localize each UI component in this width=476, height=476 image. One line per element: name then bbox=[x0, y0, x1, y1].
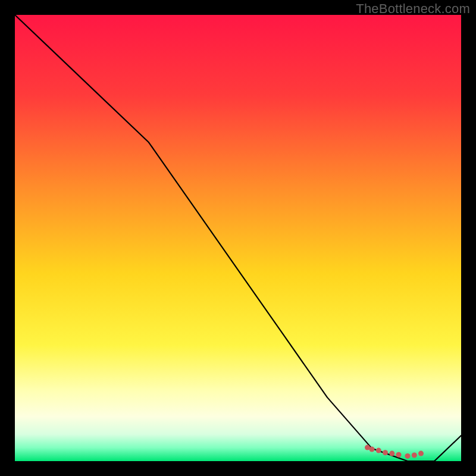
highlight-dot bbox=[396, 452, 402, 458]
watermark-text: TheBottleneck.com bbox=[356, 1, 470, 17]
gradient-background bbox=[15, 15, 461, 461]
highlight-dot bbox=[389, 451, 394, 456]
plot-svg bbox=[15, 15, 461, 461]
plot-area bbox=[15, 15, 461, 461]
highlight-dot bbox=[418, 451, 424, 456]
highlight-dot bbox=[369, 447, 375, 452]
highlight-dot bbox=[405, 453, 411, 459]
highlight-dot bbox=[412, 453, 417, 458]
highlight-dot bbox=[376, 448, 381, 453]
highlight-dot bbox=[383, 450, 388, 455]
chart-canvas: TheBottleneck.com bbox=[0, 0, 476, 476]
